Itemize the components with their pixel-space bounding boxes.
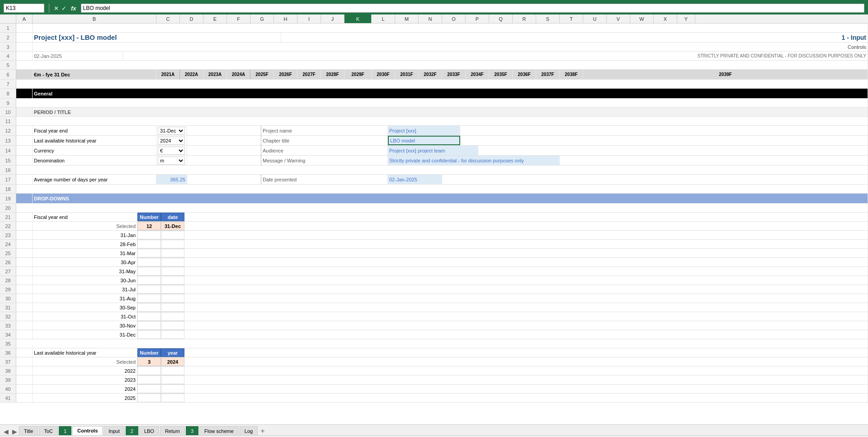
col-header-J[interactable]: J (321, 14, 344, 23)
row-num-26[interactable]: 26 (0, 258, 16, 266)
row-num-17[interactable]: 17 (0, 175, 16, 184)
project-name-value[interactable]: Project [xxx] (388, 126, 460, 135)
row-num-41[interactable]: 41 (0, 394, 16, 402)
tab-nav-right[interactable]: ▶ (10, 428, 19, 435)
tab-1[interactable]: 1 (59, 426, 71, 435)
row-num-8[interactable]: 8 (0, 89, 16, 98)
row-num-1[interactable]: 1 (0, 24, 16, 32)
row-num-38[interactable]: 38 (0, 366, 16, 375)
col-header-Q[interactable]: Q (489, 14, 513, 23)
tab-lbo[interactable]: LBO (139, 426, 159, 435)
col-header-C[interactable]: C (156, 14, 180, 23)
row-num-4[interactable]: 4 (0, 52, 16, 60)
col-header-O[interactable]: O (442, 14, 466, 23)
row-num-27[interactable]: 27 (0, 267, 16, 276)
tab-toc[interactable]: ToC (39, 426, 58, 435)
row-num-16[interactable]: 16 (0, 166, 16, 174)
tab-return[interactable]: Return (160, 426, 185, 435)
tab-flow-scheme[interactable]: Flow scheme (199, 426, 239, 435)
col-header-E[interactable]: E (203, 14, 227, 23)
add-sheet-button[interactable]: + (259, 427, 266, 435)
col-header-W[interactable]: W (630, 14, 654, 23)
row-num-3[interactable]: 3 (0, 43, 16, 51)
tab-title[interactable]: Title (19, 426, 38, 435)
row-num-33[interactable]: 33 (0, 321, 16, 330)
confirm-icon[interactable]: ✓ (61, 5, 66, 12)
date-presented-value[interactable]: 02-Jan-2025 (388, 175, 442, 184)
hist-year-dropdown[interactable]: 2024 2022 2023 2025 (158, 137, 185, 145)
row-num-29[interactable]: 29 (0, 285, 16, 294)
row-num-30[interactable]: 30 (0, 294, 16, 303)
formula-input[interactable]: LBO model (81, 4, 864, 13)
section-label: 1 - Input (842, 34, 866, 41)
row-num-36[interactable]: 36 (0, 348, 16, 357)
row-num-35[interactable]: 35 (0, 339, 16, 348)
row-num-12[interactable]: 12 (0, 126, 16, 135)
tab-log[interactable]: Log (240, 426, 258, 435)
row-num-10[interactable]: 10 (0, 108, 16, 116)
currency-dropdown[interactable]: € $ £ (158, 147, 185, 155)
days-value[interactable]: 365.25 (156, 175, 187, 184)
fiscal-year-dropdown[interactable]: 31-Dec 31-Jan 28-Feb (158, 127, 185, 135)
col-header-X[interactable]: X (654, 14, 677, 23)
col-header-H[interactable]: H (274, 14, 297, 23)
row-num-22[interactable]: 22 (0, 222, 16, 230)
row-num-39[interactable]: 39 (0, 375, 16, 384)
message-value[interactable]: Strictly private and confidential - for … (388, 156, 560, 165)
tab-nav-left[interactable]: ◀ (2, 428, 10, 435)
col-header-F[interactable]: F (227, 14, 250, 23)
row-num-25[interactable]: 25 (0, 249, 16, 257)
col-header-U[interactable]: U (583, 14, 607, 23)
name-box[interactable]: K13 (4, 4, 44, 13)
row-num-40[interactable]: 40 (0, 385, 16, 393)
col-header-K[interactable]: K (344, 14, 372, 23)
row-num-20[interactable]: 20 (0, 204, 16, 212)
tab-2[interactable]: 2 (126, 426, 138, 435)
row-num-23[interactable]: 23 (0, 231, 16, 239)
col-header-A[interactable]: A (16, 14, 33, 23)
hist-year-38: 2022 (33, 366, 137, 375)
col-header-V[interactable]: V (607, 14, 630, 23)
col-header-S[interactable]: S (536, 14, 560, 23)
chapter-title-value[interactable]: LBO model (388, 136, 460, 145)
tab-controls[interactable]: Controls (72, 426, 103, 435)
row-num-32[interactable]: 32 (0, 312, 16, 321)
row-num-24[interactable]: 24 (0, 240, 16, 248)
col-header-M[interactable]: M (395, 14, 419, 23)
row-num-21[interactable]: 21 (0, 213, 16, 221)
formula-bar-container: K13 ✕ ✓ fx LBO model (0, 2, 868, 14)
col-header-D[interactable]: D (180, 14, 203, 23)
row-num-34[interactable]: 34 (0, 330, 16, 339)
general-label: General (33, 89, 868, 98)
row-num-2[interactable]: 2 (0, 33, 16, 42)
row-num-31[interactable]: 31 (0, 303, 16, 312)
col-header-B[interactable]: B (33, 14, 156, 23)
denomination-dropdown[interactable]: m k bn (158, 157, 185, 165)
row-num-28[interactable]: 28 (0, 276, 16, 285)
row-num-9[interactable]: 9 (0, 99, 16, 107)
fiscal-selected-label: Selected (33, 222, 137, 230)
row-num-18[interactable]: 18 (0, 185, 16, 193)
row-num-7[interactable]: 7 (0, 80, 16, 88)
row-num-11[interactable]: 11 (0, 117, 16, 125)
col-header-I[interactable]: I (297, 14, 321, 23)
row-num-14[interactable]: 14 (0, 146, 16, 155)
col-header-L[interactable]: L (372, 14, 395, 23)
col-header-G[interactable]: G (250, 14, 274, 23)
row-num-5[interactable]: 5 (0, 61, 16, 69)
col-header-N[interactable]: N (419, 14, 442, 23)
cancel-icon[interactable]: ✕ (54, 5, 59, 12)
col-header-T[interactable]: T (560, 14, 583, 23)
col-header-Y[interactable]: Y (677, 14, 695, 23)
row-num-13[interactable]: 13 (0, 136, 16, 145)
audience-value[interactable]: Project [xxx] project team (388, 146, 478, 155)
row-num-19[interactable]: 19 (0, 194, 16, 203)
tab-3[interactable]: 3 (186, 426, 198, 435)
message-label: Message / Warning (263, 158, 305, 163)
row-num-6[interactable]: 6 (0, 70, 16, 79)
col-header-P[interactable]: P (466, 14, 489, 23)
col-header-R[interactable]: R (513, 14, 536, 23)
tab-input[interactable]: Input (104, 426, 124, 435)
row-num-37[interactable]: 37 (0, 357, 16, 366)
row-num-15[interactable]: 15 (0, 156, 16, 165)
